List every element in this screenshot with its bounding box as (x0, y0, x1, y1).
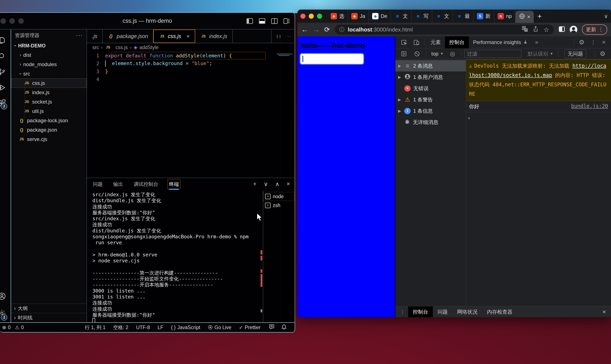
status-行-1--列-1[interactable]: 行 1, 列 1 (85, 324, 105, 331)
log-source-link[interactable]: bundle.js:20 (571, 103, 608, 110)
editor-tab-index.js[interactable]: JSindex.js (195, 29, 233, 43)
run-debug-icon[interactable] (0, 80, 8, 95)
tree-item-socket.js[interactable]: JSsocket.js (11, 97, 87, 106)
device-toolbar-icon[interactable] (410, 39, 423, 46)
split-editor-icon[interactable] (271, 18, 278, 24)
console-filter-1 条信息[interactable]: ▶i1 条信息 (395, 105, 466, 117)
address-bar[interactable]: ⓘ localhost:3000/index.html ☆ (335, 25, 554, 34)
feedback-person-icon[interactable] (269, 324, 275, 331)
terminal-dropdown-icon[interactable]: ∨ (264, 181, 268, 188)
tree-item-node_modules[interactable]: ›node_modules (11, 60, 87, 69)
status-LF[interactable]: LF (158, 325, 163, 330)
browser-tab-最[interactable]: ≋最 (453, 10, 473, 23)
maximize-panel-icon[interactable]: ∧ (275, 181, 279, 188)
inspect-element-icon[interactable] (398, 39, 410, 46)
new-tab-button[interactable]: + (538, 12, 542, 20)
sidebar-section-时间线[interactable]: ›时间线 (11, 313, 87, 322)
settings-gear-icon[interactable]: 1 (0, 304, 8, 322)
split-editor-icon[interactable]: ❘❘ (276, 34, 281, 38)
issues-counter[interactable]: 无问题 (565, 49, 586, 58)
new-terminal-icon[interactable]: + (253, 181, 257, 188)
console-sidebar-toggle-icon[interactable] (398, 51, 410, 57)
notifications-bell-icon[interactable] (281, 324, 287, 331)
panel-tab-终端[interactable]: 终端 (167, 179, 180, 189)
minimap[interactable] (277, 53, 293, 60)
console-filter-无错误[interactable]: ×无错误 (395, 83, 466, 94)
editor-tab-css.js[interactable]: JScss.js× (153, 29, 195, 43)
console-filter-input[interactable] (464, 50, 521, 58)
tree-item-src[interactable]: ›src (11, 69, 87, 78)
reload-button[interactable]: ⟳ (324, 26, 330, 34)
editor-more-icon[interactable]: ··· (287, 34, 290, 38)
toggle-sidebar-icon[interactable] (247, 18, 253, 24)
translate-icon[interactable] (522, 26, 528, 33)
browser-tab-新[interactable]: S新 (473, 10, 494, 23)
devtools-tab-元素[interactable]: 元素 (426, 36, 445, 48)
console-filter-无详细消息[interactable]: 无详细消息 (395, 117, 466, 128)
devtools-close-icon[interactable]: × (599, 39, 609, 46)
devtools-menu-dots-icon[interactable]: ⋮ (588, 39, 599, 46)
status-空格--2[interactable]: 空格: 2 (113, 324, 129, 331)
status-Prettier[interactable]: ✓Prettier (239, 325, 261, 330)
browser-tab-De[interactable]: ◆De (369, 10, 391, 23)
sidebar-section-大纲[interactable]: ›大纲 (11, 304, 87, 313)
search-icon[interactable] (0, 48, 8, 64)
close-tab-icon[interactable]: × (187, 33, 190, 39)
shell-item-zsh[interactable]: >zsh (263, 201, 295, 210)
forward-button[interactable]: → (313, 26, 319, 34)
close-panel-icon[interactable]: × (287, 181, 290, 188)
drawer-menu-dots-icon[interactable]: ⋮ (397, 309, 408, 315)
breadcrumb-file[interactable]: css.js (116, 45, 128, 50)
drawer-tab-控制台[interactable]: 控制台 (408, 306, 433, 317)
terminal-scroll-decorations[interactable] (260, 190, 263, 322)
js-context-selector[interactable]: top▼ (429, 51, 445, 57)
close-tab-icon[interactable]: × (527, 14, 530, 20)
shell-item-node[interactable]: >node (263, 192, 295, 201)
account-icon[interactable] (0, 288, 8, 304)
console-prompt[interactable]: › (466, 112, 611, 124)
status-Go-Live[interactable]: ⦿Go Live (208, 325, 231, 330)
tab-overflow-chevron-icon[interactable]: ∨ (604, 13, 608, 20)
share-icon[interactable] (533, 26, 538, 33)
webpage-viewport[interactable]: hello——hot-demo (297, 36, 395, 317)
panel-tab-调试控制台[interactable]: 调试控制台 (132, 179, 159, 189)
toggle-panel-icon[interactable] (259, 18, 265, 24)
browser-tab-文[interactable]: ≋文 (391, 10, 412, 23)
browser-tab-localhost[interactable]: × (515, 11, 534, 23)
browser-menu-dots-icon[interactable]: ⋮ (598, 26, 603, 33)
warnings-indicator[interactable]: ⚠0 (15, 325, 24, 330)
tree-item-css.js[interactable]: JScss.js (11, 78, 87, 88)
panel-tab-输出[interactable]: 输出 (112, 179, 124, 189)
console-filter-1 条警告[interactable]: ▶⚠1 条警告 (395, 94, 466, 105)
extensions-icon[interactable]: 1 (0, 95, 8, 111)
site-info-icon[interactable]: ⓘ (339, 26, 345, 33)
page-text-input[interactable] (300, 54, 363, 64)
editor-tab-package.json[interactable]: {}package.json (103, 29, 153, 43)
browser-tab-Ja[interactable]: ◆Ja (348, 10, 369, 23)
breadcrumb-symbol[interactable]: addStyle (139, 45, 159, 50)
status-UTF-8[interactable]: UTF-8 (136, 325, 150, 330)
console-settings-gear-icon[interactable]: ⚙ (597, 50, 609, 57)
tree-item-HRM-DEMO[interactable]: ›HRM-DEMO (11, 41, 87, 50)
traffic-lights[interactable] (0, 18, 24, 24)
panel-tab-问题[interactable]: 问题 (92, 179, 104, 189)
tree-item-dist[interactable]: ›dist (11, 50, 87, 60)
live-expression-eye-icon[interactable]: ◎ (447, 50, 458, 57)
devtools-settings-gear-icon[interactable]: ⚙ (576, 39, 588, 46)
side-panel-icon[interactable] (559, 26, 565, 33)
explorer-icon[interactable] (0, 33, 8, 48)
devtools-tab-Performance insights[interactable]: Performance insights (469, 36, 532, 48)
browser-tab-写[interactable]: ≋写 (412, 10, 432, 23)
back-button[interactable]: ← (301, 26, 308, 34)
code-editor[interactable]: 1export default function addStyle(elemen… (87, 52, 295, 178)
tree-item-serve.cjs[interactable]: JSserve.cjs (11, 135, 87, 144)
browser-tab-选[interactable]: ◆选 (327, 10, 348, 23)
terminal-output[interactable]: src/index.js 发生了变化dist/bundle.js 发生了变化连接… (87, 190, 260, 322)
drawer-tab-网络状况[interactable]: 网络状况 (452, 306, 482, 317)
tree-item-package.json[interactable]: {}package.json (11, 125, 87, 135)
traffic-lights[interactable] (300, 13, 322, 19)
log-level-selector[interactable]: 默认级别▼ (526, 50, 555, 57)
browser-tab-文[interactable]: ≋文 (432, 10, 453, 23)
more-tabs-chevron[interactable]: » (532, 39, 541, 46)
breadcrumb-root[interactable]: src (92, 45, 99, 50)
